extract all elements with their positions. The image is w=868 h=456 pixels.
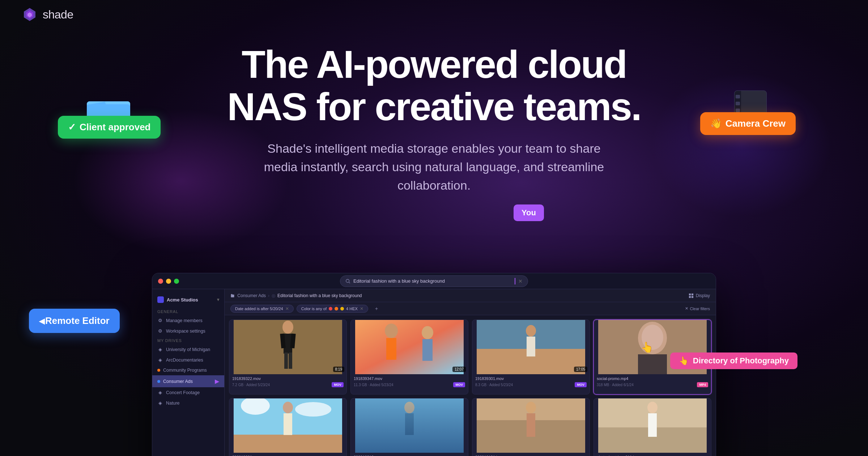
svg-rect-7 [689, 293, 691, 295]
workspace-selector[interactable]: Acme Studios ▾ [152, 294, 224, 306]
media-info: photoshoot-june011.jpgJPG [594, 453, 711, 456]
logo[interactable]: shade [22, 7, 73, 22]
sidebar-item-arcdocs[interactable]: ◈ ArcDocumentaries [152, 355, 224, 365]
media-size: 318 MB · Added 6/1/24 [597, 383, 634, 387]
media-info: 191839301.mov8.3 GB · Added 5/23/24MOV [472, 374, 590, 390]
media-duration: 8:19 [333, 367, 344, 372]
main-content: Consumer Ads › ◎ Editorial fashion with … [225, 289, 716, 456]
media-card[interactable]: 382918312.rawRAW [350, 398, 468, 456]
svg-point-35 [283, 402, 293, 413]
media-grid: 8:19191839322.mov7.2 GB · Added 5/23/24M… [225, 315, 716, 456]
svg-rect-16 [284, 352, 288, 369]
drive-label: Concert Footage [166, 390, 200, 395]
search-bar[interactable]: Editorial fashion with a blue sky backgr… [340, 275, 528, 287]
color-dot-red [329, 307, 332, 311]
search-cursor [515, 278, 515, 284]
you-label: You [522, 208, 536, 217]
sidebar-item-concert[interactable]: ◈ Concert Footage [152, 387, 224, 398]
media-info: 191839322.mov7.2 GB · Added 5/23/24MOV [229, 374, 346, 390]
drive-label: University of Michigan [166, 347, 210, 352]
media-type-badge: MP4 [697, 382, 708, 387]
you-badge: You [514, 204, 544, 221]
media-thumbnail [351, 398, 468, 453]
media-duration: 17:05 [574, 367, 587, 372]
media-filename: 191839322.mov [232, 376, 344, 381]
media-thumbnail [229, 398, 346, 453]
shade-logo-icon [22, 7, 38, 22]
sidebar-item-community[interactable]: Community Programs [152, 365, 224, 375]
media-meta: 318 MB · Added 6/1/24MP4 [597, 382, 708, 387]
search-input-value: Editorial fashion with a blue sky backgr… [353, 278, 511, 284]
remote-editor-label: Remote Editor [45, 315, 110, 326]
clear-filters-icon: ✕ [685, 306, 688, 311]
svg-point-21 [422, 326, 433, 339]
window-body: Acme Studios ▾ General ⚙ Manage members … [152, 289, 716, 456]
media-card[interactable]: 8:19191839322.mov7.2 GB · Added 5/23/24M… [229, 320, 347, 394]
film-hole [736, 95, 740, 98]
drive-icon: ◈ [157, 400, 163, 406]
media-type-badge: MOV [332, 382, 344, 387]
date-filter-close[interactable]: ✕ [285, 306, 289, 311]
drives-section-label: My drives [152, 336, 224, 344]
sidebar-item-workspace-settings[interactable]: ⚙ Workspace settings [152, 326, 224, 336]
svg-point-20 [385, 324, 398, 338]
sidebar-item-university[interactable]: ◈ University of Michigan [152, 344, 224, 355]
cursor-icon: ◂ [39, 314, 44, 327]
general-section-label: General [152, 307, 224, 315]
media-filename: social-promo.mp4 [597, 376, 708, 381]
media-thumbnail: 17:05 [472, 320, 590, 374]
color-filter-close[interactable]: ✕ [360, 306, 363, 311]
svg-rect-8 [692, 293, 693, 295]
search-clear-icon[interactable]: ✕ [518, 278, 523, 284]
media-size: 8.3 GB · Added 5/23/24 [475, 383, 513, 387]
sidebar: Acme Studios ▾ General ⚙ Manage members … [152, 289, 225, 456]
svg-rect-19 [355, 320, 464, 374]
dot-icon [157, 380, 160, 383]
svg-point-38 [295, 402, 331, 417]
media-card[interactable]: photoshoot-june011.jpgJPG [593, 398, 711, 456]
minimize-window-btn[interactable] [166, 279, 171, 284]
sidebar-item-manage-members[interactable]: ⚙ Manage members [152, 315, 224, 326]
add-filter-btn[interactable]: ＋ [371, 304, 382, 313]
media-info: social-promo.mp4318 MB · Added 6/1/24MP4 [594, 374, 711, 390]
maximize-window-btn[interactable] [174, 279, 179, 284]
media-thumbnail: 8:19 [229, 320, 346, 374]
svg-rect-9 [689, 296, 691, 297]
clear-filters-btn[interactable]: ✕ Clear filters [685, 306, 710, 311]
svg-rect-23 [422, 339, 433, 361]
breadcrumb-parent[interactable]: Consumer Ads [230, 293, 266, 298]
filter-bar: Date added is after 5/20/24 ✕ Color is a… [225, 302, 716, 315]
svg-rect-10 [692, 296, 693, 297]
client-approved-badge: ✓ Client approved [58, 116, 161, 139]
hand-wave-icon: 👋 [710, 118, 722, 129]
drive-label: Consumer Ads [163, 379, 193, 384]
media-card[interactable]: 382918191.jpgJPG [472, 398, 590, 456]
media-info: 382918201.rawRAW [229, 453, 346, 456]
close-window-btn[interactable] [158, 279, 163, 284]
folder-icon [230, 294, 235, 298]
color-filter-chip[interactable]: Color is any of 4 HEX ✕ [297, 305, 368, 313]
window-titlebar: Editorial fashion with a blue sky backgr… [152, 273, 716, 289]
media-card[interactable]: 12:07191839347.mov11.3 GB · Added 5/23/2… [350, 320, 468, 394]
media-size: 7.2 GB · Added 5/23/24 [232, 383, 270, 387]
media-card[interactable]: 382918201.rawRAW [229, 398, 347, 456]
media-card[interactable]: 17:05191839301.mov8.3 GB · Added 5/23/24… [472, 320, 590, 394]
svg-point-49 [647, 402, 658, 413]
grid-icon [689, 293, 694, 298]
film-hole [736, 102, 740, 105]
date-filter-chip[interactable]: Date added is after 5/20/24 ✕ [230, 305, 294, 313]
display-button[interactable]: Display [689, 293, 710, 298]
svg-point-12 [282, 321, 293, 334]
sidebar-item-consumer-ads[interactable]: Consumer Ads ▶ [152, 375, 224, 387]
color-filter-label: Color is any of [301, 307, 327, 311]
media-type-badge: MOV [575, 382, 587, 387]
manage-members-label: Manage members [166, 318, 203, 323]
svg-point-45 [526, 402, 536, 413]
sidebar-item-nature[interactable]: ◈ Nature [152, 398, 224, 408]
app-window: Editorial fashion with a blue sky backgr… [152, 273, 716, 456]
dot-icon [157, 369, 160, 372]
svg-rect-46 [527, 413, 535, 437]
media-size: 11.3 GB · Added 5/23/24 [354, 383, 393, 387]
drive-label: Nature [166, 401, 180, 406]
media-meta: 7.2 GB · Added 5/23/24MOV [232, 382, 344, 387]
